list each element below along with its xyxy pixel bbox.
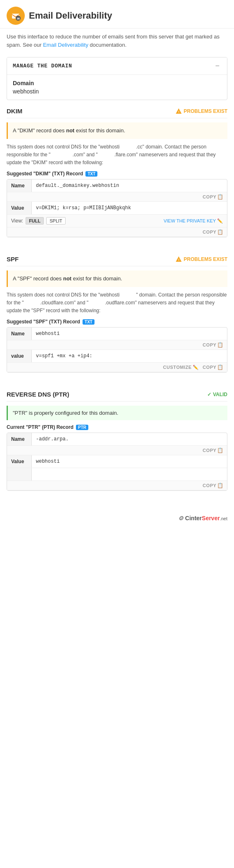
spf-section: SPF ! PROBLEMS EXIST A "SPF" record does… xyxy=(7,252,227,373)
warning-icon: ! xyxy=(175,108,182,115)
dkim-name-row: Name default._domainkey.webhostin xyxy=(7,179,227,192)
manage-domain-body: Domain webhostin xyxy=(7,74,227,100)
dkim-alert-bold: not xyxy=(66,127,74,134)
dkim-info-text: This system does not control DNS for the… xyxy=(7,143,227,167)
dkim-value-label: Value xyxy=(7,202,32,214)
spf-value-copy-button[interactable]: COPY 📋 xyxy=(203,364,224,370)
spf-name-value: webhosti xyxy=(32,328,227,340)
spf-status: ! PROBLEMS EXIST xyxy=(175,256,227,263)
ptr-name-label: Name xyxy=(7,433,32,445)
dkim-name-value: default._domainkey.webhostin xyxy=(32,179,227,192)
view-private-key-link[interactable]: VIEW THE PRIVATE KEY ✏️ xyxy=(163,218,223,224)
manage-domain-section: MANAGE THE DOMAIN − Domain webhostin xyxy=(7,57,227,100)
dkim-record-box: Name default._domainkey.webhostin COPY 📋… xyxy=(7,179,227,237)
footer-logo: ⚙ CinterServer.net xyxy=(0,508,234,528)
svg-text:✉: ✉ xyxy=(17,17,20,21)
ptr-extra-value xyxy=(32,471,227,478)
ptr-extra-row xyxy=(7,468,227,481)
view-full-button[interactable]: FULL xyxy=(26,217,44,225)
spf-name-copy-row: COPY 📋 xyxy=(7,340,227,350)
dkim-title: DKIM xyxy=(7,108,22,115)
copy-icon-2: 📋 xyxy=(217,229,224,235)
ptr-copy-icon-2: 📋 xyxy=(217,483,224,488)
app-icon: ✉ xyxy=(7,7,25,25)
dkim-status: ! PROBLEMS EXIST xyxy=(175,108,227,115)
check-icon: ✓ xyxy=(207,392,211,397)
spf-customize-copy-row: CUSTOMIZE ✏️ COPY 📋 xyxy=(7,363,227,372)
pencil-icon: ✏️ xyxy=(217,218,223,224)
reverse-dns-title: REVERSE DNS (PTR) xyxy=(7,391,69,398)
spf-info-text: This system does not control DNS for the… xyxy=(7,291,227,315)
reverse-dns-valid-box: "PTR" is properly configured for this do… xyxy=(7,406,227,420)
ptr-badge: PTR xyxy=(76,425,88,430)
spf-header: SPF ! PROBLEMS EXIST xyxy=(7,252,227,266)
domain-label: Domain xyxy=(13,80,221,86)
ptr-value-label: Value xyxy=(7,455,32,468)
spf-copy-icon-2: 📋 xyxy=(217,364,224,370)
dkim-alert-box: A "DKIM" record does not exist for this … xyxy=(7,122,227,139)
collapse-button[interactable]: − xyxy=(213,62,221,70)
dkim-value-copy-row: COPY 📋 xyxy=(7,227,227,237)
dkim-header: DKIM ! PROBLEMS EXIST xyxy=(7,104,227,118)
svg-text:!: ! xyxy=(178,258,180,262)
spf-warning-icon: ! xyxy=(175,256,182,263)
ptr-name-row: Name -addr.arpa. xyxy=(7,433,227,446)
ptr-copy-icon: 📋 xyxy=(217,447,224,453)
spf-value-label: value xyxy=(7,350,32,362)
view-label: View: xyxy=(11,218,23,224)
ptr-value-copy-button[interactable]: COPY 📋 xyxy=(203,483,224,488)
spf-value-row: value v=spf1 +mx +a +ip4: xyxy=(7,350,227,363)
dkim-view-row: View: FULL SPLIT VIEW THE PRIVATE KEY ✏️ xyxy=(7,215,227,227)
spf-customize-icon: ✏️ xyxy=(193,365,199,370)
spf-copy-icon: 📋 xyxy=(217,342,224,348)
ptr-name-value: -addr.arpa. xyxy=(32,433,227,445)
spf-record-box: Name webhosti COPY 📋 value v=spf1 +mx +a… xyxy=(7,327,227,373)
ptr-value-value: webhosti xyxy=(32,455,227,468)
spf-name-label: Name xyxy=(7,328,32,340)
spf-customize-button[interactable]: CUSTOMIZE ✏️ xyxy=(163,365,199,370)
txt-badge: TXT xyxy=(85,171,97,177)
spf-txt-badge: TXT xyxy=(83,319,95,325)
ptr-value-copy-row: COPY 📋 xyxy=(7,481,227,490)
dkim-value-value: v=DKIM1; k=rsa; p=MIIBIjANBgkqhk xyxy=(32,202,227,214)
spf-alert-bold: not xyxy=(63,275,71,282)
dkim-value-row: Value v=DKIM1; k=rsa; p=MIIBIjANBgkqhk xyxy=(7,202,227,215)
spf-alert-box: A "SPF" record does not exist for this d… xyxy=(7,270,227,287)
page-header: ✉ Email Deliverability xyxy=(0,0,234,29)
reverse-dns-header: REVERSE DNS (PTR) ✓ VALID xyxy=(7,387,227,402)
copy-icon: 📋 xyxy=(217,194,224,200)
dkim-section: DKIM ! PROBLEMS EXIST A "DKIM" record do… xyxy=(7,104,227,237)
reverse-dns-status: ✓ VALID xyxy=(207,392,227,397)
reverse-dns-section: REVERSE DNS (PTR) ✓ VALID "PTR" is prope… xyxy=(7,387,227,491)
dkim-name-copy-row: COPY 📋 xyxy=(7,192,227,202)
page-title: Email Deliverability xyxy=(29,10,112,21)
dkim-suggested-label: Suggested "DKIM" (TXT) Record TXT xyxy=(7,171,227,177)
spf-title: SPF xyxy=(7,256,19,263)
spf-name-copy-button[interactable]: COPY 📋 xyxy=(203,342,224,348)
dkim-name-label: Name xyxy=(7,179,32,192)
reverse-dns-record-box: Name -addr.arpa. COPY 📋 Value webhosti C… xyxy=(7,433,227,491)
view-split-button[interactable]: SPLIT xyxy=(46,217,66,225)
spf-value-value: v=spf1 +mx +a +ip4: xyxy=(32,350,227,362)
manage-domain-header: MANAGE THE DOMAIN − xyxy=(7,57,227,74)
spf-name-row: Name webhosti xyxy=(7,328,227,340)
ptr-name-copy-row: COPY 📋 xyxy=(7,446,227,455)
reverse-dns-current-label: Current "PTR" (PTR) Record PTR xyxy=(7,424,227,430)
page-description: Use this interface to reduce the number … xyxy=(0,29,234,53)
domain-value: webhostin xyxy=(13,88,221,95)
dkim-value-copy-button[interactable]: COPY 📋 xyxy=(203,229,224,235)
doc-link[interactable]: Email Deliverability xyxy=(43,42,88,48)
dkim-name-copy-button[interactable]: COPY 📋 xyxy=(203,194,224,200)
svg-text:!: ! xyxy=(178,110,180,114)
ptr-value-row: Value webhosti xyxy=(7,455,227,468)
spf-suggested-label: Suggested "SPF" (TXT) Record TXT xyxy=(7,319,227,325)
ptr-name-copy-button[interactable]: COPY 📋 xyxy=(203,447,224,453)
ptr-extra-label xyxy=(7,468,32,481)
manage-domain-title: MANAGE THE DOMAIN xyxy=(13,63,72,69)
